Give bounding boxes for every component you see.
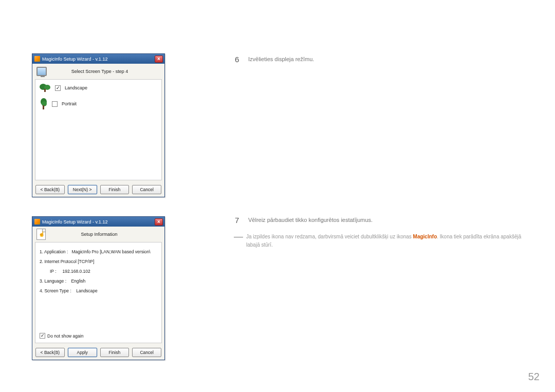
close-icon: × <box>157 57 160 62</box>
landscape-checkbox[interactable]: ✓ <box>55 85 61 91</box>
close-icon: × <box>157 219 160 225</box>
step-number-6: 6 <box>235 55 242 64</box>
wizard-header: Select Screen Type - step 4 <box>32 64 164 79</box>
step-number-7: 7 <box>235 216 242 225</box>
back-button[interactable]: < Back(B) <box>35 185 65 194</box>
info-lang-label: 3. Language : <box>40 278 66 284</box>
titlebar-text: MagicInfo Setup Wizard - v.1.12 <box>42 219 107 225</box>
info-lang-value: English <box>71 278 85 284</box>
note-row: ― Ja izpildes ikona nav redzama, darbvir… <box>234 233 527 249</box>
tree-landscape-icon <box>40 84 51 92</box>
portrait-label: Portrait <box>62 101 77 106</box>
next-button[interactable]: Next(N) > <box>68 185 97 194</box>
cancel-button[interactable]: Cancel <box>132 348 161 357</box>
info-language: 3. Language : English <box>40 277 157 286</box>
app-icon <box>34 219 40 225</box>
info-ip: IP : 192.168.0.102 <box>40 267 157 276</box>
monitor-icon <box>36 67 47 76</box>
step-text-7: Vēlreiz pārbaudiet tikko konfigurētos ie… <box>248 216 373 225</box>
info-screen-value: Landscape <box>76 288 98 293</box>
portrait-checkbox[interactable] <box>52 101 58 107</box>
svg-rect-5 <box>43 105 44 109</box>
landscape-option: ✓ Landscape <box>40 84 157 92</box>
wizard-screen-type: MagicInfo Setup Wizard - v.1.12 × Select… <box>32 53 165 197</box>
instruction-step-6: 6 Izvēlieties displeja režīmu. <box>235 55 314 64</box>
tree-portrait-icon <box>40 98 48 109</box>
titlebar: MagicInfo Setup Wizard - v.1.12 × <box>32 217 164 227</box>
back-button[interactable]: < Back(B) <box>35 348 65 357</box>
info-protocol: 2. Internet Protocol [TCP/IP] <box>40 257 157 266</box>
landscape-label: Landscape <box>65 85 87 90</box>
info-screen-type: 4. Screen Type : Landscape <box>40 287 157 295</box>
wizard-setup-info: MagicInfo Setup Wizard - v.1.12 × Setup … <box>32 216 165 360</box>
button-row: < Back(B) Apply Finish Cancel <box>32 346 164 360</box>
dash-icon: ― <box>234 232 243 241</box>
cancel-button[interactable]: Cancel <box>132 185 161 194</box>
document-hand-icon <box>36 229 46 240</box>
wizard-header-text: Setup Information <box>51 232 160 237</box>
page: 6 Izvēlieties displeja režīmu. 7 Vēlreiz… <box>0 0 555 392</box>
wizard-header: Setup Information <box>32 227 164 242</box>
page-number: 52 <box>528 371 540 383</box>
finish-button[interactable]: Finish <box>100 185 130 194</box>
dont-show-row: ✓ Do not show again <box>40 333 83 339</box>
app-icon <box>34 56 40 62</box>
info-screen-label: 4. Screen Type : <box>40 288 71 293</box>
step-text-6: Izvēlieties displeja režīmu. <box>248 55 314 64</box>
wizard-header-text: Select Screen Type - step 4 <box>52 69 160 74</box>
button-row: < Back(B) Next(N) > Finish Cancel <box>32 183 164 197</box>
wizard-body: ✓ Landscape Portrait <box>35 79 162 180</box>
titlebar: MagicInfo Setup Wizard - v.1.12 × <box>32 54 164 64</box>
instruction-step-7: 7 Vēlreiz pārbaudiet tikko konfigurētos … <box>235 216 373 225</box>
close-button[interactable]: × <box>155 218 163 226</box>
info-application: 1. Application : MagicInfo Pro [LAN,WAN … <box>40 248 157 256</box>
dont-show-label: Do not show again <box>47 333 83 339</box>
portrait-option: Portrait <box>40 98 157 109</box>
info-list: 1. Application : MagicInfo Pro [LAN,WAN … <box>40 247 157 297</box>
note-before: Ja izpildes ikona nav redzama, darbvirsm… <box>246 234 413 239</box>
close-button[interactable]: × <box>155 55 163 63</box>
info-ip-value: 192.168.0.102 <box>62 269 90 274</box>
info-app-label: 1. Application : <box>40 249 68 254</box>
apply-button[interactable]: Apply <box>68 348 97 357</box>
titlebar-left: MagicInfo Setup Wizard - v.1.12 <box>34 219 107 225</box>
info-ip-label: IP : <box>50 269 57 274</box>
dont-show-checkbox[interactable]: ✓ <box>40 333 45 339</box>
finish-button[interactable]: Finish <box>100 348 130 357</box>
titlebar-text: MagicInfo Setup Wizard - v.1.12 <box>42 57 107 62</box>
info-app-value: MagicInfo Pro [LAN,WAN based version\ <box>71 249 150 254</box>
wizard-body: 1. Application : MagicInfo Pro [LAN,WAN … <box>35 242 162 343</box>
titlebar-left: MagicInfo Setup Wizard - v.1.12 <box>34 56 107 62</box>
note-highlight: MagicInfo <box>413 234 437 239</box>
svg-rect-2 <box>44 89 46 92</box>
note-text: Ja izpildes ikona nav redzama, darbvirsm… <box>246 233 527 249</box>
